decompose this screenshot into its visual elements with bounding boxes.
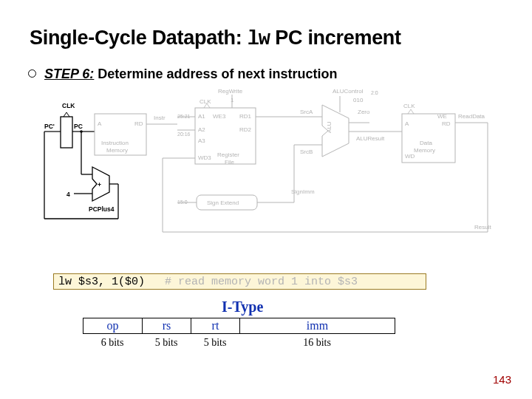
- we3: WE3: [213, 113, 226, 120]
- zero: Zero: [358, 109, 370, 115]
- srcb: SrcB: [300, 149, 313, 155]
- step-text: Determine address of next instruction: [94, 66, 337, 81]
- itype-rs: rs: [143, 318, 191, 334]
- signimm: SignImm: [291, 188, 315, 195]
- a-port: A: [98, 120, 102, 127]
- regfile-label2: File: [225, 159, 234, 166]
- alucontrol-val: 010: [353, 97, 364, 103]
- srca: SrcA: [300, 109, 313, 115]
- plus-icon: +: [98, 181, 101, 188]
- four: 4: [66, 191, 70, 198]
- step-label: STEP 6:: [44, 66, 94, 81]
- clk-label: CLK: [62, 102, 75, 109]
- itype-table: op rs rt imm: [83, 318, 395, 334]
- itype-rt: rt: [191, 318, 240, 334]
- datamem: Data: [420, 140, 432, 146]
- title-mono: lw: [248, 28, 270, 50]
- rd1: RD1: [239, 113, 252, 120]
- bits2016: 20:16: [177, 132, 191, 137]
- pcprime-label: PC': [44, 123, 55, 130]
- wd3: WD3: [198, 154, 211, 161]
- aluresult: ALUResult: [356, 135, 385, 142]
- a3: A3: [198, 137, 205, 144]
- alucontrol-sub: 2:0: [371, 90, 378, 95]
- signext: Sign Extend: [207, 200, 239, 206]
- page-number: 143: [493, 373, 511, 386]
- datapath-diagram: CLK PC' PC A RD Instruction Memory Instr…: [30, 87, 502, 242]
- a1: A1: [198, 113, 205, 120]
- readdata: ReadData: [458, 113, 485, 120]
- a2: A2: [198, 126, 205, 133]
- instr-mem-label2: Memory: [106, 147, 128, 154]
- bits-op: 6 bits: [83, 337, 142, 349]
- rd-dm: RD: [442, 120, 451, 127]
- regwrite: RegWrite: [218, 88, 243, 95]
- itype-bits-row: 6 bits 5 bits 5 bits 16 bits: [83, 337, 395, 349]
- instr-mem-label: Instruction: [101, 140, 129, 146]
- bits-rs: 5 bits: [142, 337, 191, 349]
- alucontrol: ALUControl: [332, 88, 364, 95]
- title-prefix: Single-Cycle Datapath:: [30, 27, 248, 49]
- pc-label: PC: [74, 123, 83, 130]
- bits-imm: 16 bits: [239, 337, 395, 349]
- clk3: CLK: [403, 103, 415, 109]
- we-dm: WE: [437, 113, 447, 120]
- itype-op: op: [83, 318, 143, 334]
- itype-imm: imm: [240, 318, 395, 334]
- svg-rect-0: [61, 117, 72, 148]
- result: Result: [474, 224, 491, 231]
- clk2: CLK: [200, 98, 211, 105]
- code-instruction: lw $s3, 1($0): [58, 276, 145, 288]
- title-suffix: PC increment: [270, 27, 401, 49]
- rd2: RD2: [239, 126, 252, 133]
- code-box: lw $s3, 1($0) # read memory word 1 into …: [53, 273, 426, 290]
- alu-label: ALU: [326, 121, 332, 133]
- itype-label: I-Type: [222, 299, 263, 316]
- rd-port: RD: [134, 120, 143, 127]
- bits-rt: 5 bits: [191, 337, 239, 349]
- regfile-label: Register: [217, 151, 239, 158]
- wd-dm: WD: [405, 153, 415, 160]
- pcplus4: PCPlus4: [89, 205, 115, 213]
- a-dm: A: [405, 120, 409, 127]
- datamem2: Memory: [414, 147, 435, 154]
- instr-label: Instr: [154, 115, 166, 121]
- code-comment: # read memory word 1 into $s3: [145, 276, 358, 288]
- step-line: STEP 6: Determine address of next instru…: [44, 66, 337, 82]
- page-title: Single-Cycle Datapath: lw PC increment: [30, 27, 401, 50]
- bullet-icon: [28, 69, 36, 78]
